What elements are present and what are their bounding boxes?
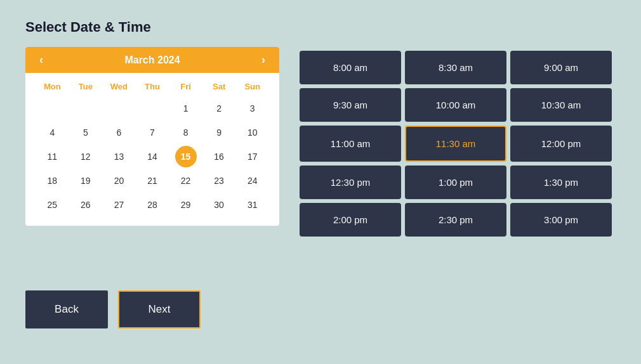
time-slot-button[interactable]: 3:00 pm bbox=[510, 203, 612, 237]
calendar-day[interactable]: 17 bbox=[242, 146, 263, 167]
calendar-day[interactable]: 15 bbox=[175, 146, 197, 167]
time-slot-button[interactable]: 2:00 pm bbox=[300, 203, 401, 237]
day-header-tue: Tue bbox=[69, 79, 103, 94]
bottom-buttons: Back Next bbox=[25, 290, 616, 328]
time-slot-button[interactable]: 10:30 am bbox=[510, 88, 612, 122]
calendar-day bbox=[75, 98, 96, 119]
time-slot-button[interactable]: 1:00 pm bbox=[405, 166, 506, 199]
calendar-day bbox=[108, 98, 129, 119]
calendar-day[interactable]: 22 bbox=[175, 170, 197, 192]
day-header-thu: Thu bbox=[136, 79, 169, 94]
time-slot-button[interactable]: 2:30 pm bbox=[405, 203, 506, 237]
calendar-day[interactable]: 20 bbox=[108, 170, 129, 192]
calendar-grid: MonTueWedThuFriSatSun 123456789101112131… bbox=[25, 73, 279, 226]
day-header-sun: Sun bbox=[235, 79, 269, 94]
calendar-day[interactable]: 26 bbox=[75, 194, 96, 216]
calendar: ‹ March 2024 › MonTueWedThuFriSatSun 123… bbox=[25, 47, 279, 226]
time-slot-button[interactable]: 11:00 am bbox=[300, 126, 401, 162]
page-title: Select Date & Time bbox=[25, 19, 616, 36]
time-slots-wrapper[interactable]: 8:00 am8:30 am9:00 am9:30 am10:00 am10:3… bbox=[298, 47, 616, 275]
calendar-day[interactable]: 25 bbox=[41, 194, 63, 216]
calendar-day[interactable]: 4 bbox=[41, 122, 63, 143]
day-header-sat: Sat bbox=[202, 79, 236, 94]
calendar-day[interactable]: 2 bbox=[208, 98, 230, 119]
calendar-day[interactable]: 29 bbox=[175, 194, 197, 216]
prev-month-button[interactable]: ‹ bbox=[36, 53, 47, 67]
time-slot-button[interactable]: 10:00 am bbox=[405, 88, 506, 122]
calendar-day[interactable]: 3 bbox=[242, 98, 263, 119]
calendar-day[interactable]: 28 bbox=[142, 194, 163, 216]
calendar-day[interactable]: 8 bbox=[175, 122, 197, 143]
calendar-header: ‹ March 2024 › bbox=[25, 47, 279, 73]
main-content: ‹ March 2024 › MonTueWedThuFriSatSun 123… bbox=[25, 47, 616, 275]
calendar-day[interactable]: 18 bbox=[41, 170, 63, 192]
calendar-day[interactable]: 14 bbox=[142, 146, 163, 167]
calendar-day[interactable]: 12 bbox=[75, 146, 96, 167]
calendar-days: 1234567891011121314151617181920212223242… bbox=[36, 98, 269, 216]
calendar-day[interactable]: 9 bbox=[208, 122, 230, 143]
main-container: Select Date & Time ‹ March 2024 › MonTue… bbox=[0, 0, 641, 364]
calendar-day[interactable]: 21 bbox=[142, 170, 163, 192]
next-month-button[interactable]: › bbox=[258, 53, 269, 67]
time-slot-button[interactable]: 8:30 am bbox=[405, 51, 506, 84]
calendar-days-header: MonTueWedThuFriSatSun bbox=[36, 79, 269, 94]
day-header-wed: Wed bbox=[102, 79, 136, 94]
calendar-day[interactable]: 5 bbox=[75, 122, 96, 143]
time-slot-button[interactable]: 9:00 am bbox=[510, 51, 612, 84]
calendar-day bbox=[142, 98, 163, 119]
calendar-day[interactable]: 6 bbox=[108, 122, 129, 143]
calendar-day bbox=[41, 98, 63, 119]
back-button[interactable]: Back bbox=[25, 290, 108, 328]
calendar-day[interactable]: 31 bbox=[242, 194, 263, 216]
calendar-day[interactable]: 11 bbox=[41, 146, 63, 167]
calendar-day[interactable]: 16 bbox=[208, 146, 230, 167]
next-button[interactable]: Next bbox=[118, 290, 201, 328]
time-slot-button[interactable]: 8:00 am bbox=[300, 51, 401, 84]
calendar-day[interactable]: 1 bbox=[175, 98, 197, 119]
calendar-day[interactable]: 24 bbox=[242, 170, 263, 192]
time-slots-grid: 8:00 am8:30 am9:00 am9:30 am10:00 am10:3… bbox=[298, 47, 616, 240]
month-year-label: March 2024 bbox=[124, 55, 180, 66]
calendar-day[interactable]: 7 bbox=[142, 122, 163, 143]
time-slot-button[interactable]: 12:00 pm bbox=[510, 126, 612, 162]
time-slot-button[interactable]: 1:30 pm bbox=[510, 166, 612, 199]
calendar-day[interactable]: 27 bbox=[108, 194, 129, 216]
day-header-mon: Mon bbox=[36, 79, 69, 94]
calendar-day[interactable]: 30 bbox=[208, 194, 230, 216]
calendar-day[interactable]: 19 bbox=[75, 170, 96, 192]
time-slot-button[interactable]: 12:30 pm bbox=[300, 166, 401, 199]
calendar-day[interactable]: 10 bbox=[242, 122, 263, 143]
calendar-day[interactable]: 13 bbox=[108, 146, 129, 167]
time-slot-button[interactable]: 9:30 am bbox=[300, 88, 401, 122]
time-slot-button[interactable]: 11:30 am bbox=[405, 126, 506, 162]
day-header-fri: Fri bbox=[169, 79, 202, 94]
calendar-day[interactable]: 23 bbox=[208, 170, 230, 192]
